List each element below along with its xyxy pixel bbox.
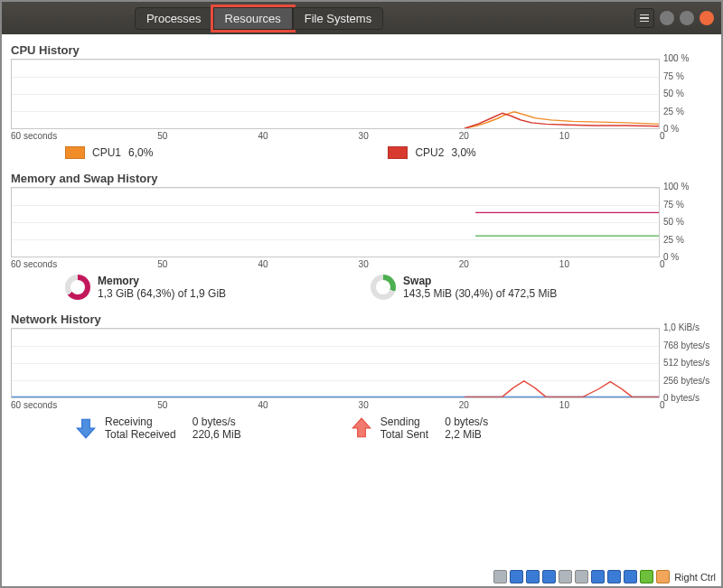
window-close-button[interactable] (700, 11, 714, 25)
status-icon[interactable] (624, 570, 637, 583)
network-x-axis: 60 seconds50403020100 (11, 398, 712, 410)
sending-value: 0 bytes/s (445, 415, 488, 428)
memory-x-axis: 60 seconds50403020100 (11, 257, 712, 269)
swap-pie-icon (371, 275, 396, 300)
receiving-value: 0 bytes/s (192, 415, 241, 428)
window-minimize-button[interactable] (660, 11, 674, 25)
cpu2-legend-item[interactable]: CPU2 3,0% (388, 146, 475, 159)
cpu2-label: CPU2 (415, 146, 444, 159)
vm-status-bar: Right Ctrl (492, 569, 718, 584)
headerbar: Processes Resources File Systems (2, 2, 721, 34)
memory-history-title: Memory and Swap History (11, 172, 712, 185)
cpu1-swatch (65, 146, 85, 159)
memory-history-chart (11, 187, 660, 257)
arrow-down-icon (74, 416, 98, 440)
tab-file-systems[interactable]: File Systems (293, 7, 383, 30)
memory-legend-item[interactable]: Memory 1,3 GiB (64,3%) of 1,9 GiB (65, 275, 226, 300)
status-icon[interactable] (591, 570, 605, 583)
cpu-history-title: CPU History (11, 43, 712, 57)
status-icon[interactable] (542, 570, 556, 583)
host-key-label: Right Ctrl (672, 572, 716, 583)
tab-resources[interactable]: Resources (213, 7, 293, 30)
receiving-label: Receiving (105, 415, 176, 428)
cpu-history-chart (11, 59, 660, 129)
memory-detail: 1,3 GiB (64,3%) of 1,9 GiB (98, 287, 226, 300)
status-icon[interactable] (526, 570, 540, 583)
memory-y-axis: 100 % 75 % 50 % 25 % 0 % (660, 187, 712, 257)
cpu-legend: CPU1 6,0% CPU2 3,0% (11, 141, 712, 168)
cpu1-label: CPU1 (92, 146, 121, 159)
total-received-label: Total Received (105, 428, 176, 441)
cpu1-legend-item[interactable]: CPU1 6,0% (65, 146, 153, 159)
total-sent-label: Total Sent (380, 428, 428, 441)
cpu2-value: 3,0% (451, 146, 475, 159)
sending-legend-item[interactable]: Sending 0 bytes/s Total Sent 2,2 MiB (350, 415, 488, 441)
window-maximize-button[interactable] (680, 11, 694, 25)
status-icon[interactable] (640, 570, 653, 583)
view-tabs: Processes Resources File Systems (135, 7, 383, 30)
network-history-title: Network History (11, 313, 712, 326)
cpu2-swatch (388, 146, 408, 159)
memory-label: Memory (98, 275, 139, 287)
memory-pie-icon (65, 275, 90, 300)
status-icon[interactable] (607, 570, 621, 583)
cpu1-value: 6,0% (128, 146, 153, 159)
status-icon[interactable] (575, 570, 588, 583)
status-icon[interactable] (656, 570, 670, 583)
arrow-up-icon (350, 416, 373, 440)
total-received-value: 220,6 MiB (192, 428, 241, 441)
total-sent-value: 2,2 MiB (445, 428, 488, 441)
status-icon[interactable] (559, 570, 572, 583)
hamburger-menu-button[interactable] (634, 8, 654, 28)
sending-label: Sending (380, 415, 428, 428)
network-history-chart (11, 328, 660, 398)
status-icon[interactable] (493, 570, 507, 583)
cpu-y-axis: 100 % 75 % 50 % 25 % 0 % (660, 59, 712, 129)
cpu-x-axis: 60 seconds50403020100 (11, 129, 712, 141)
status-icon[interactable] (510, 570, 523, 583)
network-y-axis: 1,0 KiB/s 768 bytes/s 512 bytes/s 256 by… (660, 328, 712, 398)
swap-detail: 143,5 MiB (30,4%) of 472,5 MiB (403, 287, 557, 300)
tab-processes[interactable]: Processes (135, 7, 213, 30)
swap-legend-item[interactable]: Swap 143,5 MiB (30,4%) of 472,5 MiB (371, 275, 557, 300)
receiving-legend-item[interactable]: Receiving 0 bytes/s Total Received 220,6… (74, 415, 241, 441)
swap-label: Swap (403, 275, 431, 287)
